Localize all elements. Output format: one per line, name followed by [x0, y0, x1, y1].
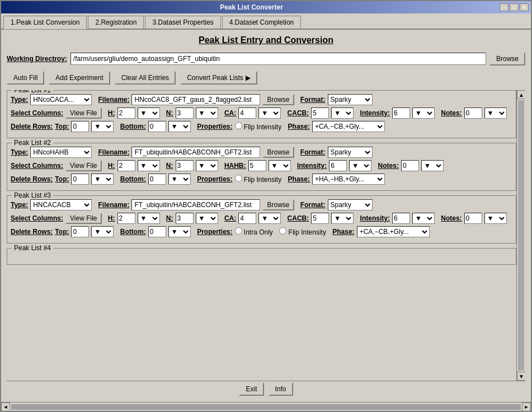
n-input-1[interactable] [176, 107, 194, 119]
cacb-select-3[interactable]: ▼ [331, 213, 354, 224]
select-cols-label-2: Select Columns: [11, 162, 63, 170]
bottom-select-2[interactable]: ▼ [168, 174, 191, 185]
n-input-2[interactable] [176, 160, 194, 171]
peak-list-2-row3: Delete Rows: Top: ▼ Bottom: ▼ Properties… [11, 174, 512, 185]
view-file-btn-2[interactable]: View File [65, 160, 101, 171]
close-button[interactable]: ✕ [520, 3, 529, 11]
phase-select-3[interactable]: +CA,−CB,+Gly... [357, 226, 430, 237]
ca-input-1[interactable] [238, 107, 256, 119]
tab-dataset-completion[interactable]: 4.Dataset Completion [222, 16, 301, 29]
filename-input-3[interactable] [131, 199, 260, 210]
notes-input-3[interactable] [464, 213, 482, 224]
scroll-left-button[interactable]: ◄ [1, 402, 10, 411]
exit-button[interactable]: Exit [239, 382, 263, 396]
tab-peak-list-conversion[interactable]: 1.Peak List Conversion [3, 16, 87, 29]
notes-select-2[interactable]: ▼ [421, 160, 444, 171]
peak-list-3-row3: Delete Rows: Top: ▼ Bottom: ▼ Properties… [11, 226, 512, 237]
scroll-down-button[interactable]: ▼ [517, 372, 525, 381]
top-select-1[interactable]: ▼ [91, 121, 114, 132]
horizontal-scrollbar: ◄ ► [1, 402, 531, 411]
intensity-select-2[interactable]: ▼ [349, 160, 371, 171]
scroll-up-button[interactable]: ▲ [517, 90, 525, 99]
ca-select-3[interactable]: ▼ [258, 213, 281, 224]
bottom-label-3: Bottom: [120, 228, 146, 236]
phase-select-2[interactable]: +HA,−HB,+Gly... [312, 174, 385, 185]
intensity-input-3[interactable] [392, 213, 410, 224]
auto-fill-button[interactable]: Auto Fill [7, 71, 44, 85]
flip-intensity-radio-1[interactable]: Flip Intensity [235, 122, 282, 131]
hahb-input-2[interactable] [248, 160, 266, 171]
h-select-1[interactable]: ▼ [138, 107, 160, 119]
bottom-select-3[interactable]: ▼ [168, 226, 191, 237]
ca-input-3[interactable] [238, 213, 256, 224]
add-experiment-button[interactable]: Add Experiment [49, 71, 110, 85]
n-select-1[interactable]: ▼ [196, 107, 218, 119]
bottom-input-2[interactable] [148, 174, 166, 185]
scroll-thumb[interactable] [518, 100, 524, 371]
minimize-button[interactable]: – [500, 3, 509, 11]
browse-btn-1[interactable]: Browse [262, 94, 294, 105]
convert-peak-lists-button[interactable]: Convert Peak Lists ▶ [180, 71, 257, 85]
h-input-2[interactable] [117, 160, 135, 171]
top-select-3[interactable]: ▼ [91, 226, 114, 237]
working-dir-input[interactable] [70, 53, 486, 65]
filename-input-1[interactable] [131, 94, 260, 105]
notes-input-2[interactable] [401, 160, 419, 171]
type-select-2[interactable]: HNcoHAHB [30, 147, 92, 158]
ca-select-1[interactable]: ▼ [258, 107, 281, 119]
flip-intensity-radio-2[interactable]: Flip Intensity [235, 175, 282, 184]
browse-button[interactable]: Browse [489, 52, 525, 65]
format-select-3[interactable]: Sparky [328, 199, 373, 210]
n-input-3[interactable] [176, 213, 194, 224]
h-input-1[interactable] [117, 107, 135, 119]
clear-all-entries-button[interactable]: Clear All Entries [115, 71, 176, 85]
info-button[interactable]: Info [269, 382, 293, 396]
h-select-3[interactable]: ▼ [138, 213, 160, 224]
maximize-button[interactable]: □ [510, 3, 519, 11]
title-bar-buttons: – □ ✕ [500, 3, 529, 11]
h-select-2[interactable]: ▼ [138, 160, 160, 171]
hahb-select-2[interactable]: ▼ [269, 160, 291, 171]
hscroll-track[interactable] [11, 404, 521, 410]
top-select-2[interactable]: ▼ [91, 174, 114, 185]
filename-input-2[interactable] [131, 147, 260, 158]
tab-dataset-properties[interactable]: 3.Dataset Properties [145, 16, 220, 29]
peak-list-1-row1: Type: HNcoCACA... Filename: Browse Forma… [11, 94, 512, 105]
scroll-right-button[interactable]: ► [522, 402, 531, 411]
type-select-1[interactable]: HNcoCACA... [30, 94, 92, 105]
cacb-input-3[interactable] [311, 213, 329, 224]
intensity-input-2[interactable] [329, 160, 347, 171]
bottom-select-1[interactable]: ▼ [168, 121, 191, 132]
top-input-3[interactable] [71, 226, 89, 237]
n-select-3[interactable]: ▼ [196, 213, 218, 224]
cacb-input-1[interactable] [311, 107, 329, 119]
h-input-3[interactable] [117, 213, 135, 224]
view-file-btn-3[interactable]: View File [65, 213, 101, 224]
browse-btn-3[interactable]: Browse [262, 199, 294, 210]
browse-btn-2[interactable]: Browse [262, 147, 294, 158]
notes-select-1[interactable]: ▼ [484, 107, 507, 119]
intensity-input-1[interactable] [392, 107, 410, 119]
intensity-select-1[interactable]: ▼ [412, 107, 435, 119]
format-select-2[interactable]: Sparky [328, 147, 373, 158]
format-select-1[interactable]: Sparky [328, 94, 373, 105]
notes-select-3[interactable]: ▼ [484, 213, 507, 224]
cacb-select-1[interactable]: ▼ [331, 107, 354, 119]
scroll-content[interactable]: Peak List #1 Type: HNcoCACA... Filename:… [7, 90, 516, 381]
properties-label-3: Properties: [197, 228, 232, 236]
bottom-input-1[interactable] [148, 121, 166, 132]
intra-only-radio-3[interactable]: Intra Only [235, 227, 273, 236]
view-file-btn-1[interactable]: View File [65, 107, 101, 119]
intensity-select-3[interactable]: ▼ [412, 213, 435, 224]
flip-intensity-radio-3[interactable]: Flip Intensity [279, 227, 326, 236]
top-input-1[interactable] [71, 121, 89, 132]
n-select-2[interactable]: ▼ [196, 160, 218, 171]
tab-registration[interactable]: 2.Registration [88, 16, 144, 29]
format-label-1: Format: [300, 96, 326, 104]
type-select-3[interactable]: HNCACACB [30, 199, 92, 210]
notes-input-1[interactable] [464, 107, 482, 119]
top-input-2[interactable] [71, 174, 89, 185]
bottom-input-3[interactable] [148, 226, 166, 237]
peak-list-3: Peak List #3 Type: HNCACACB Filename: Br… [7, 195, 516, 244]
phase-select-1[interactable]: +CA,−CB,+Gly... [312, 121, 385, 132]
